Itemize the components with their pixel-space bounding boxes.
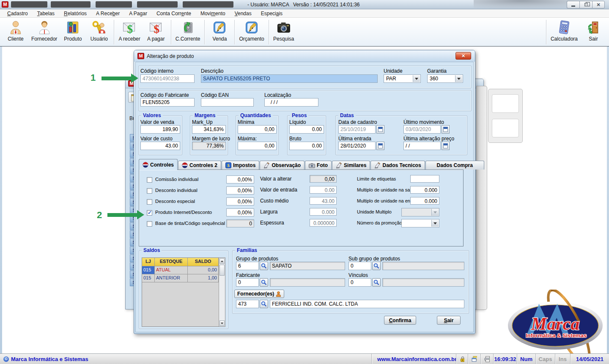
desconto-especial-checkbox[interactable]	[147, 199, 152, 205]
minimize-button[interactable]	[567, 1, 579, 8]
limite-etiquetas-field[interactable]	[410, 175, 439, 183]
saldos-scrollbar[interactable]	[219, 258, 225, 326]
cell-saldo[interactable]: 1,00	[188, 274, 219, 282]
confirma-button[interactable]: Confirma	[384, 316, 416, 325]
base-tinta-checkbox[interactable]	[147, 221, 152, 227]
grupo-search-button[interactable]	[260, 262, 268, 270]
fabricante-search-button[interactable]	[260, 278, 268, 287]
cell-saldo[interactable]: 0,00	[188, 266, 219, 274]
codigo-ean-field[interactable]	[201, 98, 254, 107]
subgrupo-code-field[interactable]: 0	[348, 262, 371, 270]
tab-controles-2[interactable]: Controles 2	[178, 161, 221, 170]
menu-vendas[interactable]: Vendas	[230, 10, 256, 17]
chevron-down-icon[interactable]	[455, 75, 462, 82]
scroll-down-icon[interactable]	[219, 320, 225, 326]
multiplo-entrada-field[interactable]: 0.000	[410, 197, 439, 205]
chevron-down-icon[interactable]	[413, 75, 420, 82]
menu-movimento[interactable]: Movimento	[196, 10, 230, 17]
calendar-icon[interactable]	[442, 142, 450, 150]
cell-estoque[interactable]: ATUAL	[155, 266, 188, 274]
ultima-alteracao-field[interactable]: / /	[403, 142, 441, 150]
comissao-individual-checkbox[interactable]	[147, 177, 152, 183]
menu-a-receber[interactable]: A Receber	[91, 10, 124, 17]
menu-a-pagar[interactable]: A Pagar	[124, 10, 152, 17]
valor-custo-field[interactable]: 43.00	[140, 142, 180, 150]
toolbar-button-usuario[interactable]: Usuário	[86, 19, 112, 45]
toolbar-button-sair[interactable]: Sair	[580, 19, 606, 45]
tab-impostos[interactable]: $ Impostos	[222, 161, 259, 170]
col-saldo[interactable]: SALDO	[188, 258, 219, 266]
scroll-up-icon[interactable]	[219, 258, 225, 264]
statusbar-lock[interactable]	[456, 354, 468, 364]
unidade-combo[interactable]: PAR	[384, 74, 421, 83]
liquido-field[interactable]: 0.00	[289, 125, 324, 134]
bruto-field[interactable]: 0.00	[289, 142, 324, 150]
espessura-field[interactable]: 0.000000	[310, 219, 337, 227]
garantia-combo[interactable]: 360	[427, 74, 463, 83]
largura-field[interactable]: 0.000	[310, 208, 337, 216]
tab-similares[interactable]: Similares	[332, 161, 370, 170]
valor-venda-field[interactable]: 189,90	[140, 125, 180, 134]
codigo-fabricante-field[interactable]: FLEN55205	[140, 98, 195, 107]
statusbar-website[interactable]: www.Marcainformatica.com.br	[371, 354, 456, 364]
custo-medio-field[interactable]: 43.00	[310, 197, 337, 205]
fornecedor-search-button[interactable]	[260, 300, 268, 308]
vinculos-code-field[interactable]: 0	[348, 278, 371, 287]
calendar-icon[interactable]	[376, 142, 384, 150]
toolbar-button-produto[interactable]: Produto	[60, 19, 86, 45]
codigo-interno-field[interactable]: 4730601490238	[140, 74, 195, 83]
toolbar-button-venda[interactable]: Venda	[206, 19, 233, 45]
statusbar-windows[interactable]	[468, 354, 480, 364]
toolbar-button-fornecedor[interactable]: Fornecedor	[29, 19, 60, 45]
minima-field[interactable]: 0,00	[238, 125, 277, 134]
cell-lj[interactable]: 015	[142, 266, 155, 274]
col-estoque[interactable]: ESTOQUE	[155, 258, 188, 266]
calendar-icon[interactable]	[442, 125, 450, 134]
fornecedores-button[interactable]: Fornecedor(es)	[234, 290, 284, 298]
base-tinta-field[interactable]: 0	[226, 219, 254, 227]
toolbar-button-a-pagar[interactable]: $ A pagar	[143, 19, 169, 45]
subgrupo-search-button[interactable]	[372, 262, 381, 270]
comissao-individual-field[interactable]: 0,00%	[226, 175, 254, 183]
saldos-row-anterior[interactable]: 015 ANTERIOR 1,00	[142, 274, 225, 282]
toolbar-button-calculadora[interactable]: Calculadora	[548, 19, 580, 45]
close-button[interactable]	[592, 1, 605, 8]
produto-internet-field[interactable]: 0,00%	[226, 208, 254, 216]
maxima-field[interactable]: 0,00	[238, 142, 277, 150]
saldos-row-atual[interactable]: 015 ATUAL 0,00	[142, 266, 225, 274]
toolbar-button-a-receber[interactable]: $ A receber	[116, 19, 143, 45]
scroll-thumb[interactable]	[219, 265, 225, 276]
toolbar-button-orcamento[interactable]: Orçamento	[236, 19, 266, 45]
calendar-icon[interactable]	[376, 125, 384, 134]
fabricante-code-field[interactable]: 0	[236, 278, 259, 287]
ultima-entrada-field[interactable]: 28/01/2020	[338, 142, 376, 150]
menu-relatorios[interactable]: Relatórios	[59, 10, 91, 17]
cell-estoque[interactable]: ANTERIOR	[155, 274, 188, 282]
website-link[interactable]: www.Marcainformatica.com.br	[377, 356, 457, 362]
desconto-especial-field[interactable]: 0,00%	[226, 197, 254, 205]
multiplo-saida-field[interactable]: 0.000	[410, 186, 439, 194]
valor-entrada-field[interactable]: 0.00	[310, 186, 337, 194]
tab-foto[interactable]: Foto	[305, 161, 332, 170]
cell-lj[interactable]: 015	[142, 274, 155, 282]
col-lj[interactable]: LJ	[142, 258, 155, 266]
tab-observacao[interactable]: Observação	[260, 161, 304, 170]
tab-controles[interactable]: Controles	[139, 159, 178, 170]
numero-promocao-combo[interactable]	[401, 219, 439, 227]
restore-button[interactable]	[579, 1, 592, 8]
grupo-code-field[interactable]: 6	[236, 262, 259, 270]
toolbar-button-ccorrente[interactable]: C.Corrente	[173, 19, 203, 45]
desconto-individual-field[interactable]: 0,00%	[226, 186, 254, 194]
menu-tabelas[interactable]: Tabelas	[33, 10, 59, 17]
tab-dados-tecnicos[interactable]: Dados Tecnicos	[370, 161, 425, 170]
markup-field[interactable]: 341,63%	[192, 125, 226, 134]
fornecedor-name-field[interactable]: FERRICELLI IND. COM. CALC. LTDA	[270, 300, 464, 308]
tab-dados-compra[interactable]: Dados Compra	[425, 161, 484, 170]
fornecedor-code-field[interactable]: 473	[236, 300, 259, 308]
toolbar-button-cliente[interactable]: Cliente	[3, 19, 29, 45]
menu-especiais[interactable]: Especiais	[256, 10, 287, 17]
dialog-close-button[interactable]	[455, 52, 471, 60]
localizacao-field[interactable]: / / /	[264, 98, 318, 107]
toolbar-button-pesquisa[interactable]: Pesquisa	[271, 19, 297, 45]
desconto-individual-checkbox[interactable]	[147, 188, 152, 194]
